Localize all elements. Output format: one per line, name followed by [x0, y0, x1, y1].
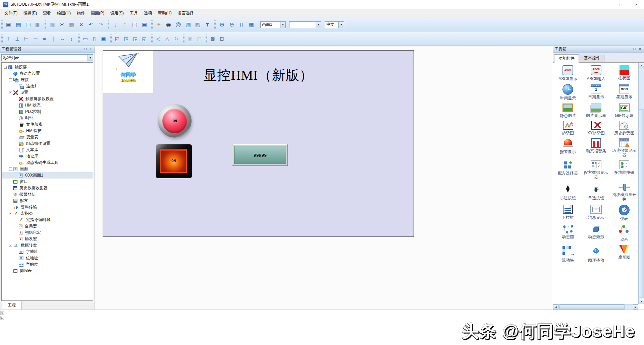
toolbox-item-ascii-input[interactable]: ASCIIASCII输入	[582, 65, 610, 81]
same-width-button[interactable]: ▭	[81, 34, 90, 43]
numeric-display[interactable]: 99999	[232, 144, 288, 166]
toolbox-item-dropdown-box[interactable]: 下拉框	[554, 205, 582, 221]
menu-item[interactable]: 物件	[74, 9, 88, 17]
close-panel-icon[interactable]: ×	[637, 47, 643, 52]
find-button[interactable]: ◉	[164, 20, 173, 29]
align-center-v-button[interactable]: ∥	[49, 34, 58, 43]
download-button[interactable]: ↓	[110, 20, 120, 29]
redo-button[interactable]: ↷	[96, 20, 106, 29]
align-left-button[interactable]: ⊢	[22, 34, 31, 43]
upload-button[interactable]: ↑	[120, 20, 130, 29]
chevron-down-icon[interactable]: ▼	[316, 22, 321, 28]
online-simulation-button[interactable]: ▣	[140, 20, 149, 29]
toolbox-item-slider-switch[interactable]: 滑块模拟量开关	[610, 183, 638, 202]
round-indicator-button[interactable]: ON	[158, 104, 192, 138]
ungroup-objects-button[interactable]: ▢	[195, 34, 204, 43]
tree-item[interactable]: G全局宏	[2, 223, 93, 229]
menu-item[interactable]: 文件(F)	[1, 9, 20, 17]
tree-item[interactable]: !报警登陆	[2, 191, 93, 198]
scroll-down-icon[interactable]: ▼	[639, 299, 644, 304]
horizontal-scroll-thumb[interactable]	[559, 304, 625, 309]
tab-project[interactable]: 工程	[2, 301, 21, 310]
tree-item[interactable]: −宏指令	[2, 210, 93, 217]
toolbox-item-animation[interactable]: 动画	[610, 224, 638, 242]
toolbox-item-time-display[interactable]: 时间显示	[554, 84, 582, 100]
menu-item[interactable]: 语言选择	[175, 9, 197, 17]
align-center-h-button[interactable]: ≍	[40, 34, 49, 43]
maximize-button[interactable]: □	[613, 0, 629, 9]
tree-item[interactable]: −k画面	[2, 166, 93, 172]
scroll-right-icon[interactable]: ▶	[633, 304, 638, 309]
tree-item[interactable]: 配方	[2, 198, 93, 204]
tree-item[interactable]: 历史数据收集器	[2, 185, 93, 191]
toolbox-vertical-scrollbar[interactable]: ▲ ▼	[638, 63, 644, 304]
tree-item[interactable]: −设置	[2, 89, 93, 96]
menu-item[interactable]: 画面(P)	[88, 9, 107, 17]
tree-item[interactable]: 动态密码生成工具	[2, 159, 93, 166]
menu-item[interactable]: 编辑(E)	[20, 9, 40, 17]
list-type-select[interactable]: 标准列表 ▼	[1, 54, 93, 61]
space-equal-v-button[interactable]: ↕	[67, 34, 76, 43]
tab-function-controls[interactable]: 功能控件	[554, 54, 579, 63]
tree-item[interactable]: −连接	[2, 77, 93, 83]
tree-item[interactable]: 排程表	[2, 268, 93, 274]
tree-item[interactable]: 时钟	[2, 115, 93, 121]
toolbox-item-gauge[interactable]: 仪表	[610, 205, 638, 221]
expand-toggle-icon[interactable]: −	[9, 244, 12, 247]
expand-toggle-icon[interactable]: −	[4, 66, 7, 69]
toolbox-item-graphic-move[interactable]: 图形移动	[582, 245, 610, 263]
bring-to-front-button[interactable]: ◰	[113, 34, 122, 43]
menu-item[interactable]: 选项	[141, 9, 155, 17]
expand-toggle-icon[interactable]: −	[9, 78, 12, 81]
close-panel-icon[interactable]: ×	[88, 47, 93, 52]
tree-item[interactable]: 宏指令编辑器	[2, 217, 93, 223]
toolbox-item-dynamic-rect[interactable]: 动态矩形	[582, 224, 610, 242]
minimize-button[interactable]: —	[598, 0, 613, 9]
tree-item[interactable]: 变量表	[2, 134, 93, 140]
tree-item[interactable]: −触摸屏	[2, 64, 93, 70]
same-size-button[interactable]: ▣	[99, 34, 108, 43]
lock-button[interactable]: ⊠	[208, 34, 217, 43]
save-button[interactable]: ▥	[33, 20, 43, 29]
tree-item[interactable]: 多语言设置	[2, 70, 93, 77]
scroll-up-icon[interactable]: ▲	[639, 63, 644, 68]
tree-item[interactable]: W-B字的位	[2, 261, 93, 268]
find-window-button[interactable]: ▧	[183, 20, 193, 29]
toolbox-item-multifunction-button[interactable]: 多功能按钮	[610, 160, 638, 180]
toolbox-item-flow-block[interactable]: 流动块	[554, 245, 582, 263]
zoom-in-button[interactable]: ⊕	[217, 20, 227, 29]
float-panel-icon[interactable]: ⊡	[83, 47, 88, 52]
toolbox-item-xy-trend-chart[interactable]: XY趋势图	[582, 121, 610, 135]
toolbox-item-date-display[interactable]: JUNE1日期显示	[582, 84, 610, 100]
rotate-button[interactable]: ↻	[172, 34, 181, 43]
hmi-page[interactable]: 何同学 JoseHe 显控HMI（新版） ON ON 99999	[103, 50, 414, 237]
toolbox-item-week-display[interactable]: MON星期显示	[610, 84, 638, 100]
page-title-text[interactable]: 显控HMI（新版）	[103, 66, 414, 84]
scroll-left-icon[interactable]: ◀	[553, 304, 558, 309]
toolbox-item-picture-display[interactable]: 图片显示器	[582, 104, 610, 118]
bring-forward-button[interactable]: ◲	[131, 34, 140, 43]
grid-button[interactable]: ▦	[246, 20, 256, 29]
menu-item[interactable]: 帮助(H)	[155, 9, 175, 17]
align-top-button[interactable]: ⊤	[4, 34, 13, 43]
copy-button[interactable]: ▩	[47, 20, 57, 29]
tree-item[interactable]: 连接1	[2, 83, 93, 89]
align-bottom-button[interactable]: ⊥	[13, 34, 22, 43]
toolbox-item-recipe-selector[interactable]: 配方选择器	[554, 160, 582, 180]
group-objects-button[interactable]: ▣	[185, 34, 195, 43]
tree-item[interactable]: HMI保护	[2, 128, 93, 134]
delete-button[interactable]: ×	[76, 20, 86, 29]
toolbox-item-dynamic-alarm-bar[interactable]: 动态报警条	[582, 138, 610, 157]
undo-button[interactable]: ↶	[86, 20, 96, 29]
toolbox-item-static-picture[interactable]: 静态图片	[554, 104, 582, 118]
fullscreen-button[interactable]: ▯	[236, 20, 246, 29]
menu-item[interactable]: 查看	[40, 9, 54, 17]
new-screen-button[interactable]: ▢	[23, 20, 33, 29]
send-backward-button[interactable]: ◱	[140, 34, 149, 43]
toolbox-item-fan-chart[interactable]: 扇形图	[610, 245, 638, 263]
tree-item[interactable]: 触摸屏参数设置	[2, 96, 93, 102]
open-project-button[interactable]: ▤	[13, 20, 23, 29]
text-window-button[interactable]: T	[203, 20, 212, 29]
toolbox-item-history-alarm-display[interactable]: 历史报警显示器	[610, 138, 638, 157]
square-indicator-button[interactable]: ON	[156, 144, 192, 178]
